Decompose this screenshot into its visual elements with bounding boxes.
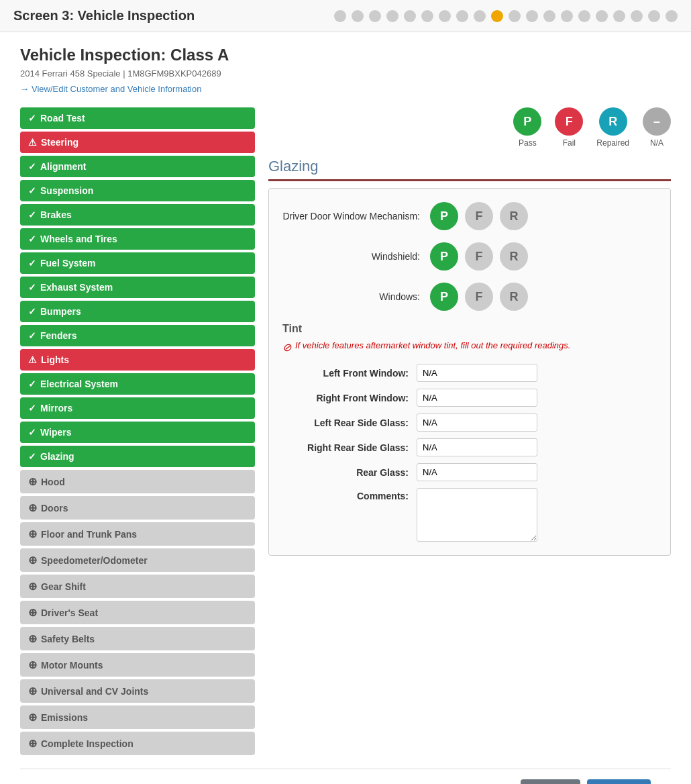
progress-dot-5	[404, 10, 416, 22]
sidebar-label: Safety Belts	[41, 634, 95, 644]
sidebar-label: Alignment	[40, 161, 86, 172]
sidebar-item-1[interactable]: ⚠Steering	[20, 132, 255, 153]
check-icon: ✓	[28, 403, 36, 413]
check-icon: ✓	[28, 113, 36, 124]
tint-input-3[interactable]	[417, 438, 537, 456]
sidebar-item-10[interactable]: ⚠Lights	[20, 349, 255, 371]
check-icon: ✓	[28, 161, 36, 172]
sidebar-item-0[interactable]: ✓Road Test	[20, 107, 255, 129]
sidebar-item-21[interactable]: ⊕Safety Belts	[20, 627, 255, 650]
pass-btn-2[interactable]: P	[430, 283, 458, 311]
progress-dot-18	[631, 10, 643, 22]
pfr-buttons-0: P F R	[430, 202, 528, 230]
tint-field-row-3: Right Rear Side Glass:	[282, 438, 657, 456]
pfr-buttons-1: P F R	[430, 242, 528, 271]
sidebar-item-9[interactable]: ✓Fenders	[20, 325, 255, 346]
sidebar-item-5[interactable]: ✓Wheels and Tires	[20, 228, 255, 250]
inspection-row-0: Driver Door Window Mechanism: P F R	[282, 202, 657, 230]
sidebar-label: Glazing	[40, 451, 74, 462]
tint-input-1[interactable]	[417, 389, 537, 407]
sidebar-item-7[interactable]: ✓Exhaust System	[20, 277, 255, 298]
repaired-label: Repaired	[596, 138, 629, 148]
sidebar-label: Speedometer/Odometer	[41, 555, 148, 566]
tint-label-3: Right Rear Side Glass:	[282, 442, 417, 453]
sidebar-label: Fuel System	[40, 258, 95, 268]
tint-input-2[interactable]	[417, 413, 537, 432]
pass-label: Pass	[519, 138, 537, 148]
sidebar-item-23[interactable]: ⊕Universal and CV Joints	[20, 679, 255, 703]
check-icon: ✓	[28, 379, 36, 389]
sidebar-item-22[interactable]: ⊕Motor Mounts	[20, 653, 255, 677]
sidebar-item-15[interactable]: ⊕Hood	[20, 470, 255, 493]
plus-icon: ⊕	[28, 737, 37, 750]
tint-label-2: Left Rear Side Glass:	[282, 418, 417, 428]
sidebar-label: Wipers	[40, 427, 72, 438]
progress-dot-6	[421, 10, 433, 22]
plus-icon: ⊕	[28, 475, 37, 488]
warn-icon: ⚠	[28, 354, 37, 365]
pass-btn-0[interactable]: P	[430, 202, 458, 230]
sidebar-item-3[interactable]: ✓Suspension	[20, 180, 255, 201]
row-label-2: Windows:	[282, 291, 430, 303]
warn-icon: ⚠	[28, 137, 37, 148]
sidebar-item-2[interactable]: ✓Alignment	[20, 156, 255, 177]
fail-btn-2[interactable]: F	[465, 283, 493, 311]
sidebar-item-11[interactable]: ✓Electrical System	[20, 373, 255, 395]
comments-textarea[interactable]	[417, 488, 537, 542]
rep-btn-1[interactable]: R	[500, 242, 528, 271]
sidebar-item-6[interactable]: ✓Fuel System	[20, 252, 255, 274]
sidebar-item-12[interactable]: ✓Mirrors	[20, 397, 255, 419]
na-circle: –	[643, 107, 671, 136]
progress-dot-3	[369, 10, 381, 22]
sidebar-label: Wheels and Tires	[40, 234, 117, 244]
sidebar-item-24[interactable]: ⊕Emissions	[20, 705, 255, 729]
bottom-bar: ⊕ Back 💾 Save	[20, 769, 671, 784]
progress-dot-12	[526, 10, 538, 22]
sidebar-item-19[interactable]: ⊕Gear Shift	[20, 575, 255, 598]
back-button[interactable]: ⊕ Back	[521, 779, 580, 784]
check-icon: ✓	[28, 209, 36, 220]
fail-label: Fail	[563, 138, 576, 148]
check-icon: ✓	[28, 234, 36, 244]
sidebar-item-16[interactable]: ⊕Doors	[20, 496, 255, 520]
edit-link[interactable]: → View/Edit Customer and Vehicle Informa…	[20, 84, 671, 94]
sidebar-item-25[interactable]: ⊕Complete Inspection	[20, 732, 255, 755]
fail-btn-0[interactable]: F	[465, 202, 493, 230]
tint-warning-text: If vehicle features aftermarket window t…	[295, 340, 570, 350]
plus-icon: ⊕	[28, 685, 37, 697]
rep-btn-2[interactable]: R	[500, 283, 528, 311]
sidebar-item-8[interactable]: ✓Bumpers	[20, 301, 255, 322]
sidebar-label: Hood	[41, 477, 65, 487]
save-button[interactable]: 💾 Save	[587, 779, 651, 784]
pass-btn-1[interactable]: P	[430, 242, 458, 271]
progress-dot-17	[613, 10, 625, 22]
check-icon: ✓	[28, 185, 36, 196]
warning-icon: ⊘	[282, 341, 291, 354]
sidebar-label: Exhaust System	[40, 282, 113, 293]
row-label-1: Windshield:	[282, 250, 430, 262]
progress-dot-9	[474, 10, 486, 22]
sidebar-label: Gear Shift	[41, 581, 86, 592]
rep-btn-0[interactable]: R	[500, 202, 528, 230]
inspection-box: Driver Door Window Mechanism: P F R Wind…	[268, 188, 671, 556]
tint-input-0[interactable]	[417, 364, 537, 382]
pass-circle: P	[513, 107, 541, 136]
row-label-0: Driver Door Window Mechanism:	[282, 210, 430, 222]
sidebar-label: Lights	[41, 354, 69, 365]
tint-input-4[interactable]	[417, 463, 537, 481]
sidebar-item-17[interactable]: ⊕Floor and Trunk Pans	[20, 522, 255, 546]
progress-dot-8	[456, 10, 468, 22]
fail-circle: F	[555, 107, 583, 136]
progress-dot-15	[578, 10, 590, 22]
plus-icon: ⊕	[28, 554, 37, 567]
progress-dot-13	[543, 10, 555, 22]
sidebar-item-14[interactable]: ✓Glazing	[20, 446, 255, 467]
comments-row: Comments:	[282, 488, 657, 542]
sidebar-item-13[interactable]: ✓Wipers	[20, 422, 255, 443]
sidebar-item-4[interactable]: ✓Brakes	[20, 204, 255, 226]
progress-dot-19	[648, 10, 660, 22]
sidebar-item-20[interactable]: ⊕Driver's Seat	[20, 601, 255, 624]
main-panel: P Pass F Fail R Repaired – N/A	[268, 107, 671, 755]
sidebar-item-18[interactable]: ⊕Speedometer/Odometer	[20, 548, 255, 572]
fail-btn-1[interactable]: F	[465, 242, 493, 271]
